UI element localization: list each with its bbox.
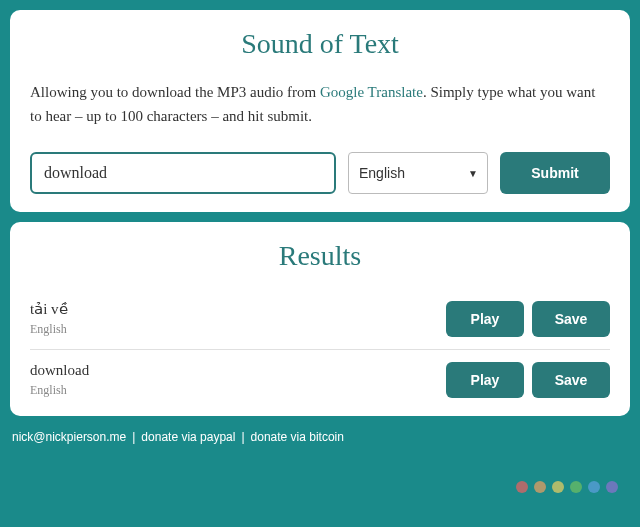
footer-email-link[interactable]: nick@nickpierson.me — [12, 430, 126, 444]
save-button[interactable]: Save — [532, 301, 610, 337]
results-title: Results — [30, 240, 610, 272]
submit-button[interactable]: Submit — [500, 152, 610, 194]
result-row: tải về English Play Save — [30, 288, 610, 350]
play-button[interactable]: Play — [446, 362, 524, 398]
results-card: Results tải về English Play Save downloa… — [10, 222, 630, 416]
result-info: download English — [30, 362, 89, 398]
result-actions: Play Save — [446, 301, 610, 337]
result-language: English — [30, 383, 89, 398]
footer-separator: | — [241, 430, 244, 444]
language-select[interactable]: English — [348, 152, 488, 194]
dot-icon — [570, 481, 582, 493]
result-row: download English Play Save — [30, 350, 610, 398]
footer-paypal-link[interactable]: donate via paypal — [141, 430, 235, 444]
result-info: tải về English — [30, 300, 68, 337]
footer-separator: | — [132, 430, 135, 444]
result-actions: Play Save — [446, 362, 610, 398]
desc-pre: Allowing you to download the MP3 audio f… — [30, 84, 320, 100]
watermark-dots — [516, 481, 618, 493]
dot-icon — [534, 481, 546, 493]
result-language: English — [30, 322, 68, 337]
description-text: Allowing you to download the MP3 audio f… — [30, 80, 610, 128]
dot-icon — [606, 481, 618, 493]
footer-bitcoin-link[interactable]: donate via bitcoin — [251, 430, 344, 444]
result-text: download — [30, 362, 89, 379]
dot-icon — [552, 481, 564, 493]
language-select-wrap: English ▼ — [348, 152, 488, 194]
input-card: Sound of Text Allowing you to download t… — [10, 10, 630, 212]
dot-icon — [516, 481, 528, 493]
footer: nick@nickpierson.me | donate via paypal … — [10, 426, 630, 444]
result-text: tải về — [30, 300, 68, 318]
google-translate-link[interactable]: Google Translate — [320, 84, 423, 100]
dot-icon — [588, 481, 600, 493]
save-button[interactable]: Save — [532, 362, 610, 398]
text-input[interactable] — [30, 152, 336, 194]
page-title: Sound of Text — [30, 28, 610, 60]
form-row: English ▼ Submit — [30, 152, 610, 194]
play-button[interactable]: Play — [446, 301, 524, 337]
